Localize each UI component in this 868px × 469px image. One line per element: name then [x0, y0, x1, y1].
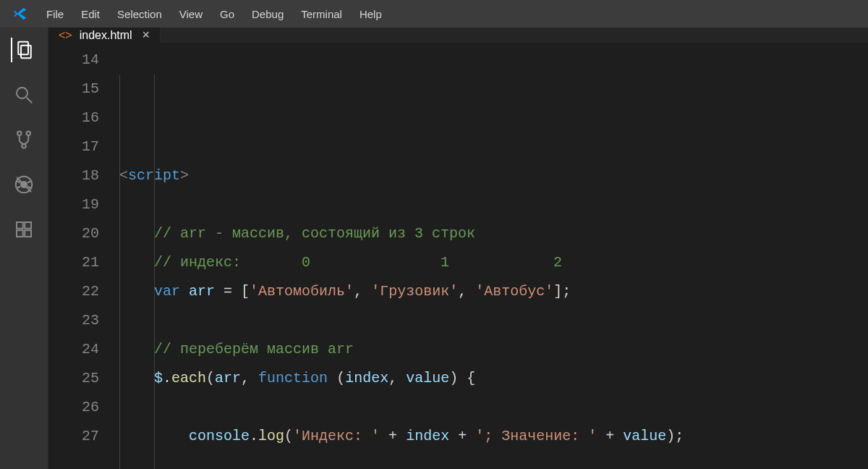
menu-item-edit[interactable]: Edit [72, 5, 109, 23]
close-icon[interactable]: × [140, 28, 150, 43]
line-number: 18 [48, 161, 99, 190]
line-number: 14 [48, 46, 99, 75]
svg-rect-0 [18, 42, 28, 55]
line-number: 19 [48, 190, 99, 219]
menu-item-file[interactable]: File [38, 5, 72, 23]
menu-item-help[interactable]: Help [351, 5, 391, 23]
svg-line-11 [27, 181, 31, 183]
menu-item-go[interactable]: Go [211, 5, 243, 23]
code-line[interactable]: <script> [119, 161, 868, 190]
editor: <> index.html × 141516171819202122232425… [48, 28, 868, 469]
code-line[interactable] [119, 190, 868, 219]
menu-item-view[interactable]: View [171, 5, 211, 23]
svg-rect-16 [17, 230, 23, 237]
line-number: 16 [48, 103, 99, 132]
menu-item-debug[interactable]: Debug [243, 5, 292, 23]
code-line[interactable] [119, 451, 868, 469]
line-number: 20 [48, 219, 99, 248]
main-area: <> index.html × 141516171819202122232425… [0, 28, 868, 469]
menubar: FileEditSelectionViewGoDebugTerminalHelp [0, 0, 868, 28]
svg-line-12 [17, 187, 20, 189]
line-number: 17 [48, 132, 99, 161]
code-area[interactable]: 1415161718192021222324252627 <script> //… [48, 43, 868, 469]
code-line[interactable]: var arr = ['Автомобиль', 'Грузовик', 'Ав… [119, 277, 868, 306]
line-number: 21 [48, 248, 99, 277]
code-line[interactable]: // arr - массив, состоящий из 3 строк [119, 219, 868, 248]
line-number: 25 [48, 364, 99, 393]
svg-rect-17 [25, 230, 31, 237]
svg-point-2 [17, 88, 27, 98]
svg-rect-14 [17, 222, 23, 229]
line-number-gutter: 1415161718192021222324252627 [48, 43, 119, 469]
svg-point-4 [17, 132, 22, 136]
app-logo [4, 6, 36, 22]
tab-index-html[interactable]: <> index.html × [48, 28, 161, 43]
code-line[interactable] [119, 306, 868, 335]
code-line[interactable]: $.each(arr, function (index, value) { [119, 364, 868, 393]
extensions-icon[interactable] [12, 217, 36, 242]
code-line[interactable] [119, 393, 868, 422]
svg-point-5 [27, 132, 31, 136]
svg-line-9 [17, 177, 31, 192]
svg-rect-1 [21, 46, 31, 59]
menu-item-selection[interactable]: Selection [109, 5, 171, 23]
menu-item-terminal[interactable]: Terminal [292, 5, 351, 23]
code-line[interactable]: // индекс: 0 1 2 [119, 248, 868, 277]
line-number: 22 [48, 277, 99, 306]
line-number: 24 [48, 335, 99, 364]
code-line[interactable]: // переберём массив arr [119, 335, 868, 364]
tab-filename: index.html [80, 29, 132, 42]
tabbar: <> index.html × [48, 28, 868, 43]
code-content[interactable]: <script> // arr - массив, состоящий из 3… [119, 43, 868, 469]
line-number: 26 [48, 393, 99, 422]
debug-icon[interactable] [12, 172, 36, 197]
svg-point-6 [22, 144, 26, 148]
search-icon[interactable] [12, 83, 36, 107]
line-number: 23 [48, 306, 99, 335]
line-number: 15 [48, 75, 99, 103]
files-icon[interactable] [11, 38, 35, 62]
git-icon[interactable] [12, 127, 36, 152]
svg-line-3 [27, 98, 33, 103]
menu-items: FileEditSelectionViewGoDebugTerminalHelp [38, 5, 391, 23]
svg-rect-15 [25, 222, 31, 229]
line-number: 27 [48, 422, 99, 451]
code-line[interactable]: console.log('Индекс: ' + index + '; Знач… [119, 422, 868, 451]
activitybar [0, 28, 48, 469]
html-filetype-icon: <> [59, 29, 72, 42]
